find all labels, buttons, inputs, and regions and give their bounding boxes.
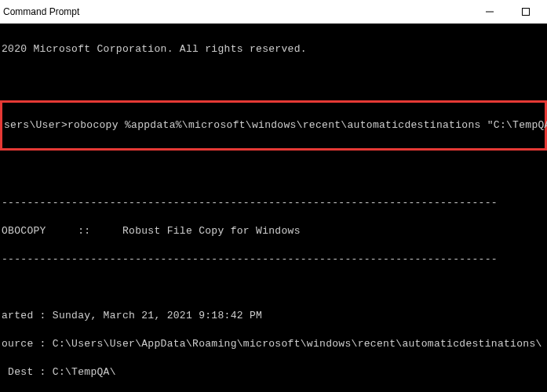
- program-header: OBOCOPY :: Robust File Copy for Windows: [0, 224, 547, 238]
- blank-line: [0, 168, 547, 182]
- window-controls: [472, 0, 544, 24]
- prompt-path: sers\User>: [4, 118, 67, 132]
- minimize-button[interactable]: [472, 0, 508, 24]
- started-line: arted : Sunday, March 21, 2021 9:18:42 P…: [0, 309, 547, 323]
- dashes-line: ----------------------------------------…: [0, 196, 547, 210]
- dest-line: Dest : C:\TempQA\: [0, 365, 547, 379]
- entered-command: robocopy %appdata%\microsoft\windows\rec…: [67, 118, 547, 132]
- source-line: ource : C:\Users\User\AppData\Roaming\mi…: [0, 337, 547, 351]
- svg-rect-1: [523, 9, 530, 16]
- prompt-line: sers\User>robocopy %appdata%\microsoft\w…: [2, 118, 545, 132]
- copyright-line: 2020 Microsoft Corporation. All rights r…: [0, 42, 547, 56]
- console-output: 2020 Microsoft Corporation. All rights r…: [0, 24, 547, 392]
- window-title: Command Prompt: [3, 6, 472, 17]
- blank-line: [0, 71, 547, 85]
- minimize-icon: [486, 8, 494, 16]
- dashes-line: ----------------------------------------…: [0, 252, 547, 267]
- blank-line: [0, 281, 547, 295]
- maximize-icon: [522, 8, 530, 16]
- title-bar: Command Prompt: [0, 0, 547, 24]
- command-highlight: sers\User>robocopy %appdata%\microsoft\w…: [0, 100, 547, 151]
- maximize-button[interactable]: [508, 0, 544, 24]
